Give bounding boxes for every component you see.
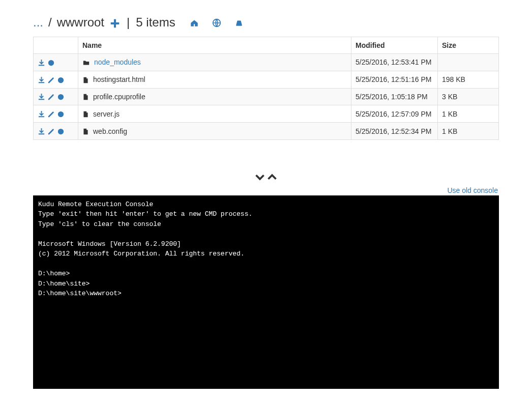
resize-arrows [33, 170, 499, 182]
modified-cell: 5/25/2016, 12:52:34 PM [351, 123, 438, 140]
delete-button[interactable] [57, 127, 65, 135]
folder-link[interactable]: node_modules [94, 58, 141, 66]
file-icon [82, 76, 89, 84]
column-header-name: Name [78, 37, 351, 54]
file-name: server.js [93, 110, 120, 118]
modified-cell: 5/25/2016, 12:53:41 PM [351, 54, 438, 71]
modified-cell: 5/25/2016, 1:05:18 PM [351, 88, 438, 105]
delete-icon [57, 93, 65, 101]
delete-button[interactable] [57, 109, 65, 118]
file-name: profile.cpuprofile [93, 93, 145, 101]
delete-button[interactable] [47, 58, 55, 67]
download-icon [38, 76, 45, 84]
breadcrumb: ... / wwwroot | 5 items [33, 15, 499, 30]
folder-icon [82, 60, 90, 66]
delete-icon [57, 128, 65, 135]
delete-icon [57, 76, 65, 84]
modified-cell: 5/25/2016, 12:51:16 PM [351, 71, 438, 88]
size-cell: 198 KB [438, 71, 499, 88]
delete-button[interactable] [57, 75, 65, 84]
plus-icon [109, 18, 121, 29]
download-button[interactable] [38, 127, 45, 135]
download-icon [38, 110, 45, 118]
edit-icon [47, 128, 55, 135]
file-name: hostingstart.html [93, 75, 145, 83]
breadcrumb-current: wwwroot [57, 15, 104, 30]
console-terminal[interactable]: Kudu Remote Execution Console Type 'exit… [33, 195, 499, 389]
edit-icon [47, 93, 55, 101]
edit-button[interactable] [47, 127, 55, 135]
site-root-button[interactable] [212, 17, 221, 28]
folder-icon [82, 58, 90, 66]
home-icon [190, 18, 199, 27]
file-table: Name Modified Size node_modules5/25/2016… [33, 37, 499, 140]
download-button[interactable] [38, 58, 45, 67]
edit-button[interactable] [47, 93, 55, 101]
download-icon [38, 93, 45, 101]
edit-icon [47, 76, 55, 84]
delete-icon [57, 110, 65, 118]
column-header-actions [34, 37, 78, 54]
collapse-up-button[interactable] [267, 170, 277, 182]
table-row: node_modules5/25/2016, 12:53:41 PM [34, 54, 499, 71]
size-cell: 1 KB [438, 105, 499, 123]
download-button[interactable] [38, 109, 45, 118]
modified-cell: 5/25/2016, 12:57:09 PM [351, 105, 438, 123]
file-icon [82, 127, 89, 135]
table-row: hostingstart.html5/25/2016, 12:51:16 PM1… [34, 71, 499, 88]
file-icon [82, 93, 89, 101]
download-button[interactable] [38, 75, 45, 84]
file-icon [82, 75, 89, 84]
expand-down-button[interactable] [255, 170, 267, 182]
breadcrumb-parent[interactable]: ... [33, 15, 43, 30]
column-header-modified: Modified [351, 37, 438, 54]
edit-icon [47, 110, 55, 118]
delete-button[interactable] [57, 93, 65, 101]
table-row: server.js5/25/2016, 12:57:09 PM1 KB [34, 105, 499, 123]
edit-button[interactable] [47, 109, 55, 118]
breadcrumb-separator: / [48, 15, 52, 30]
item-count: 5 items [136, 15, 175, 30]
edit-button[interactable] [47, 75, 55, 84]
table-row: web.config5/25/2016, 12:52:34 PM1 KB [34, 123, 499, 140]
file-name: web.config [93, 127, 127, 135]
download-icon [38, 128, 45, 135]
disk-button[interactable] [234, 17, 244, 28]
file-icon [82, 109, 89, 118]
file-icon [82, 128, 89, 135]
file-icon [82, 110, 89, 118]
file-icon [82, 93, 89, 101]
size-cell: 1 KB [438, 123, 499, 140]
chevron-down-icon [255, 172, 265, 182]
size-cell: 3 KB [438, 88, 499, 105]
delete-icon [47, 59, 55, 67]
disk-icon [234, 18, 244, 27]
chevron-up-icon [267, 172, 277, 182]
download-icon [38, 59, 45, 67]
breadcrumb-divider: | [127, 15, 130, 30]
table-row: profile.cpuprofile5/25/2016, 1:05:18 PM3… [34, 88, 499, 105]
home-button[interactable] [190, 17, 199, 28]
use-old-console-link[interactable]: Use old console [447, 186, 498, 194]
download-button[interactable] [38, 93, 45, 101]
column-header-size: Size [438, 37, 499, 54]
add-item-button[interactable] [109, 15, 121, 30]
globe-icon [212, 18, 221, 27]
size-cell [438, 54, 499, 71]
